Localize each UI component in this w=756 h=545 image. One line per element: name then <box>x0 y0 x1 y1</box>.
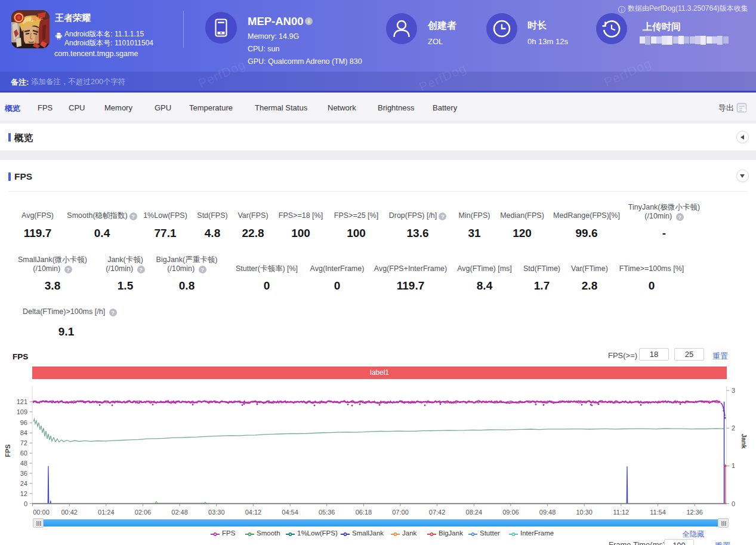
svg-text:11:12: 11:12 <box>613 509 630 516</box>
svg-text:FPS: FPS <box>4 444 11 457</box>
svg-text:121: 121 <box>17 398 27 405</box>
svg-text:01:24: 01:24 <box>98 509 115 516</box>
svg-text:48: 48 <box>20 460 27 467</box>
svg-text:02:48: 02:48 <box>171 509 188 516</box>
svg-text:00:00: 00:00 <box>33 509 50 516</box>
svg-text:1: 1 <box>732 462 735 469</box>
svg-text:04:12: 04:12 <box>245 509 262 516</box>
svg-text:109: 109 <box>17 408 27 415</box>
svg-text:12: 12 <box>20 490 27 497</box>
svg-text:05:36: 05:36 <box>319 509 335 516</box>
svg-text:00:42: 00:42 <box>61 509 78 516</box>
svg-text:Jank: Jank <box>740 433 748 449</box>
svg-text:84: 84 <box>20 429 27 436</box>
svg-text:11:54: 11:54 <box>650 509 666 516</box>
svg-text:96: 96 <box>20 419 27 426</box>
svg-text:2: 2 <box>732 424 735 432</box>
svg-text:09:06: 09:06 <box>502 509 519 516</box>
svg-text:24: 24 <box>20 480 27 487</box>
svg-text:3: 3 <box>732 387 735 394</box>
svg-text:08:24: 08:24 <box>466 509 483 516</box>
svg-text:0: 0 <box>24 500 27 507</box>
svg-text:03:30: 03:30 <box>208 509 225 516</box>
svg-text:72: 72 <box>20 439 27 447</box>
svg-text:10:30: 10:30 <box>576 509 593 516</box>
svg-text:12:36: 12:36 <box>686 509 703 516</box>
svg-text:07:42: 07:42 <box>429 509 446 516</box>
svg-text:09:48: 09:48 <box>539 509 556 516</box>
svg-text:06:18: 06:18 <box>356 509 372 516</box>
svg-text:60: 60 <box>20 449 27 457</box>
svg-text:36: 36 <box>20 470 27 477</box>
svg-text:04:54: 04:54 <box>282 509 298 516</box>
svg-text:02:06: 02:06 <box>135 509 152 516</box>
svg-text:07:00: 07:00 <box>392 509 409 516</box>
svg-text:0: 0 <box>732 500 735 507</box>
